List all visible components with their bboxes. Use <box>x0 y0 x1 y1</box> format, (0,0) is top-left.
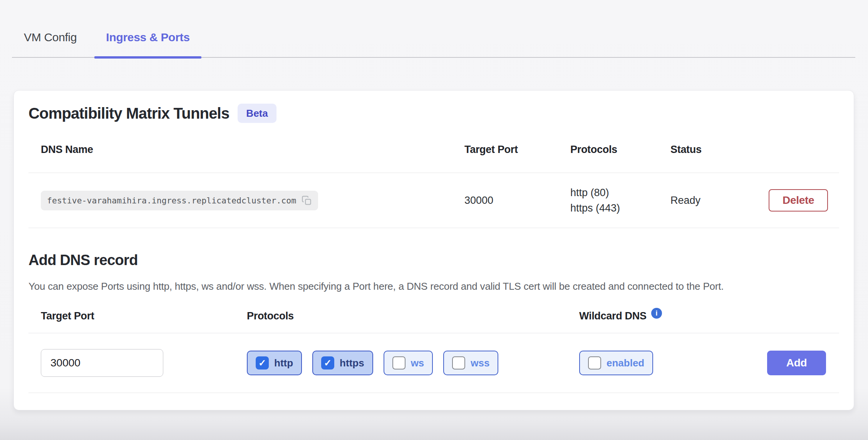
col-header-target-port: Target Port <box>464 144 570 156</box>
label-wildcard-dns-text: Wildcard DNS <box>579 310 647 322</box>
info-icon[interactable]: i <box>651 308 662 319</box>
tab-ingress-ports-label: Ingress & Ports <box>106 31 189 44</box>
protocol-line-https: https (443) <box>570 200 670 216</box>
protocol-https-label: https <box>340 357 364 369</box>
protocol-checkbox-ws[interactable]: ws <box>384 351 433 375</box>
dns-name-cell: festive-varahamihira.ingress.replicatedc… <box>28 191 464 210</box>
panel-title: Compatibility Matrix Tunnels <box>28 105 229 122</box>
label-protocols: Protocols <box>247 310 579 322</box>
checkbox-checked-icon: ✓ <box>256 356 269 369</box>
col-header-dns-name: DNS Name <box>28 144 464 156</box>
add-button[interactable]: Add <box>767 351 826 375</box>
copy-icon[interactable] <box>302 195 312 206</box>
tunnels-table: DNS Name Target Port Protocols Status fe… <box>28 141 839 228</box>
checkbox-unchecked-icon <box>392 356 406 369</box>
delete-button[interactable]: Delete <box>769 189 828 212</box>
status-cell: Ready <box>670 195 769 207</box>
protocol-ws-label: ws <box>411 357 424 369</box>
add-dns-title: Add DNS record <box>28 252 839 269</box>
target-port-input-cell <box>28 349 247 377</box>
tab-bar: VM Config Ingress & Ports <box>0 0 868 58</box>
protocol-chips: ✓ http ✓ https ws wss <box>247 351 579 375</box>
card-title-row: Compatibility Matrix Tunnels Beta <box>28 104 839 123</box>
label-wildcard-dns: Wildcard DNS i <box>579 310 740 322</box>
protocols-cell: http (80) https (443) <box>570 185 670 216</box>
dns-name-pill: festive-varahamihira.ingress.replicatedc… <box>41 191 318 210</box>
protocol-http-label: http <box>274 357 293 369</box>
tab-ingress-ports[interactable]: Ingress & Ports <box>94 31 201 58</box>
target-port-input[interactable] <box>41 349 163 377</box>
table-row: festive-varahamihira.ingress.replicatedc… <box>28 173 839 228</box>
checkbox-checked-icon: ✓ <box>321 356 334 369</box>
actions-cell: Delete <box>769 189 841 212</box>
wildcard-enabled-label: enabled <box>607 357 644 369</box>
wildcard-cell: enabled <box>579 351 740 375</box>
form-labels-row: Target Port Protocols Wildcard DNS i <box>28 310 839 333</box>
protocol-wss-label: wss <box>471 357 489 369</box>
beta-badge: Beta <box>238 104 276 123</box>
col-header-protocols: Protocols <box>570 144 670 156</box>
page: VM Config Ingress & Ports Compatibility … <box>0 0 868 440</box>
target-port-cell: 30000 <box>464 195 570 207</box>
add-dns-description: You can expose Ports using http, https, … <box>28 279 797 294</box>
table-header-row: DNS Name Target Port Protocols Status <box>28 141 839 173</box>
protocol-line-http: http (80) <box>570 185 670 200</box>
add-dns-form-row: ✓ http ✓ https ws wss <box>28 333 839 393</box>
checkbox-unchecked-icon <box>588 356 601 369</box>
wildcard-enabled-checkbox[interactable]: enabled <box>579 351 653 375</box>
tab-vm-config-label: VM Config <box>24 31 77 44</box>
active-tab-underline <box>94 56 201 59</box>
protocol-checkbox-wss[interactable]: wss <box>443 351 498 375</box>
checkbox-unchecked-icon <box>452 356 465 369</box>
protocol-checkbox-http[interactable]: ✓ http <box>247 351 302 375</box>
col-header-status: Status <box>670 144 769 156</box>
protocol-checkbox-https[interactable]: ✓ https <box>312 351 373 375</box>
tab-vm-config[interactable]: VM Config <box>12 31 88 58</box>
label-target-port: Target Port <box>28 310 247 322</box>
tunnels-card: Compatibility Matrix Tunnels Beta DNS Na… <box>13 90 854 410</box>
dns-name-value: festive-varahamihira.ingress.replicatedc… <box>47 196 296 205</box>
